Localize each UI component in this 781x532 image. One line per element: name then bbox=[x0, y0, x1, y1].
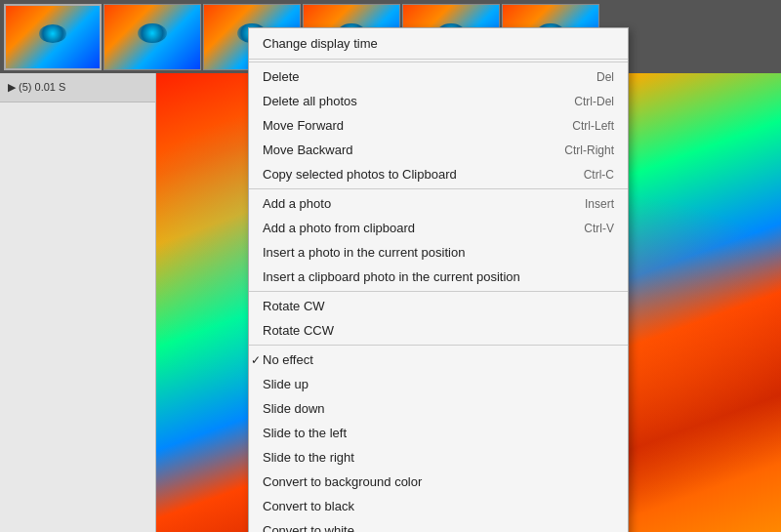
menu-item-add-photo-label: Add a photo bbox=[263, 196, 331, 211]
menu-item-move-forward[interactable]: Move Forward Ctrl-Left bbox=[249, 113, 628, 138]
menu-item-slide-down-label: Slide down bbox=[263, 401, 325, 416]
menu-item-move-backward-label: Move Backward bbox=[263, 143, 352, 157]
menu-item-convert-white-label: Convert to white bbox=[263, 523, 354, 532]
menu-item-slide-down[interactable]: Slide down bbox=[249, 396, 628, 421]
menu-item-slide-left-label: Slide to the left bbox=[263, 426, 347, 440]
separator-4 bbox=[249, 345, 628, 346]
menu-item-copy-clipboard-label: Copy selected photos to Clipboard bbox=[263, 167, 457, 182]
menu-item-slide-right[interactable]: Slide to the right bbox=[249, 445, 628, 470]
menu-item-rotate-cw[interactable]: Rotate CW bbox=[249, 294, 628, 318]
menu-item-slide-up-label: Slide up bbox=[263, 377, 308, 391]
separator-1 bbox=[249, 61, 628, 62]
menu-item-move-backward[interactable]: Move Backward Ctrl-Right bbox=[249, 138, 628, 162]
menu-item-move-forward-shortcut: Ctrl-Left bbox=[572, 119, 614, 133]
menu-item-delete[interactable]: Delete Del bbox=[249, 64, 628, 89]
menu-item-slide-up[interactable]: Slide up bbox=[249, 372, 628, 396]
menu-item-copy-clipboard[interactable]: Copy selected photos to Clipboard Ctrl-C bbox=[249, 162, 628, 186]
menu-item-add-photo[interactable]: Add a photo Insert bbox=[249, 191, 628, 216]
left-panel: ▶ (5) 0.01 S bbox=[0, 73, 156, 532]
menu-item-add-from-clipboard-shortcut: Ctrl-V bbox=[584, 222, 614, 235]
menu-item-insert-current[interactable]: Insert a photo in the current position bbox=[249, 240, 628, 265]
menu-item-copy-clipboard-shortcut: Ctrl-C bbox=[584, 168, 614, 182]
menu-item-move-backward-shortcut: Ctrl-Right bbox=[564, 143, 614, 157]
menu-item-no-effect-label: No effect bbox=[263, 352, 313, 367]
menu-item-slide-right-label: Slide to the right bbox=[263, 450, 354, 465]
menu-item-insert-clipboard-current[interactable]: Insert a clipboard photo in the current … bbox=[249, 265, 628, 289]
left-panel-label: ▶ (5) 0.01 S bbox=[0, 73, 155, 102]
slide-info: ▶ (5) 0.01 S bbox=[8, 81, 65, 94]
menu-item-convert-bg-color-label: Convert to background color bbox=[263, 474, 422, 489]
menu-item-convert-white[interactable]: Convert to white bbox=[249, 518, 628, 532]
menu-item-rotate-ccw[interactable]: Rotate CCW bbox=[249, 318, 628, 343]
menu-item-add-from-clipboard[interactable]: Add a photo from clipboard Ctrl-V bbox=[249, 216, 628, 240]
menu-item-insert-clipboard-current-label: Insert a clipboard photo in the current … bbox=[263, 269, 520, 284]
separator-3 bbox=[249, 291, 628, 292]
menu-item-delete-shortcut: Del bbox=[596, 70, 614, 84]
menu-item-delete-label: Delete bbox=[263, 69, 300, 84]
menu-item-rotate-cw-label: Rotate CW bbox=[263, 299, 325, 313]
context-menu: Change display time Delete Del Delete al… bbox=[248, 27, 629, 532]
menu-item-insert-current-label: Insert a photo in the current position bbox=[263, 245, 465, 260]
checkmark-icon: ✓ bbox=[251, 353, 261, 367]
separator-2 bbox=[249, 188, 628, 189]
menu-item-convert-black[interactable]: Convert to black bbox=[249, 494, 628, 518]
menu-item-delete-all-shortcut: Ctrl-Del bbox=[574, 95, 614, 108]
menu-item-add-photo-shortcut: Insert bbox=[585, 197, 614, 211]
menu-item-rotate-ccw-label: Rotate CCW bbox=[263, 323, 334, 338]
menu-item-convert-bg-color[interactable]: Convert to background color bbox=[249, 470, 628, 494]
menu-item-no-effect[interactable]: ✓ No effect bbox=[249, 348, 628, 372]
menu-item-delete-all-label: Delete all photos bbox=[263, 94, 357, 108]
menu-item-delete-all[interactable]: Delete all photos Ctrl-Del bbox=[249, 89, 628, 113]
menu-item-convert-black-label: Convert to black bbox=[263, 499, 354, 513]
menu-item-move-forward-label: Move Forward bbox=[263, 118, 344, 133]
film-thumb-1[interactable] bbox=[4, 4, 102, 70]
menu-item-add-from-clipboard-label: Add a photo from clipboard bbox=[263, 221, 415, 235]
menu-item-slide-left[interactable]: Slide to the left bbox=[249, 421, 628, 445]
film-thumb-2[interactable] bbox=[103, 4, 201, 70]
menu-item-change-display-time[interactable]: Change display time bbox=[249, 28, 628, 60]
